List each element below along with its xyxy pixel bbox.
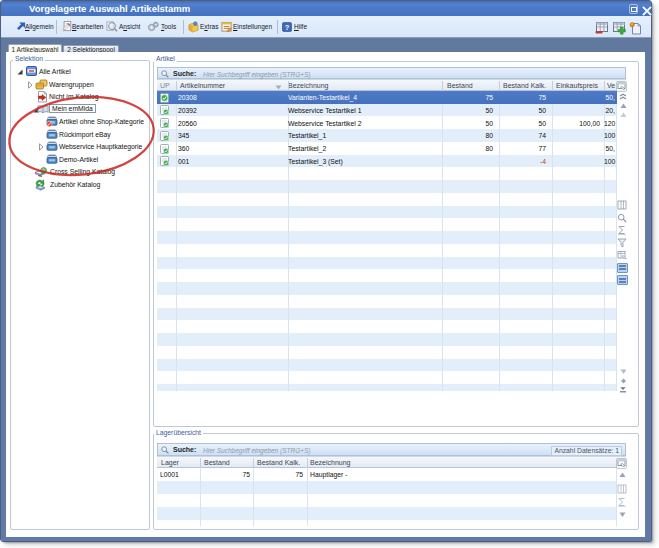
svg-text:?: ? xyxy=(285,23,290,32)
